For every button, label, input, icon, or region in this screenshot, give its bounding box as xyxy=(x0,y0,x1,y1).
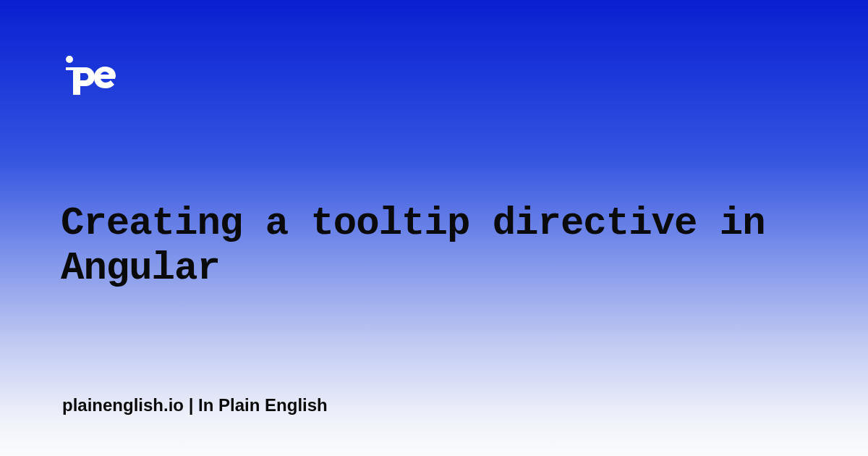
svg-point-0 xyxy=(66,56,73,63)
site-logo-icon xyxy=(64,54,116,96)
svg-rect-1 xyxy=(66,67,73,70)
article-title: Creating a tooltip directive in Angular xyxy=(61,201,807,291)
site-attribution: plainenglish.io | In Plain English xyxy=(62,395,328,415)
